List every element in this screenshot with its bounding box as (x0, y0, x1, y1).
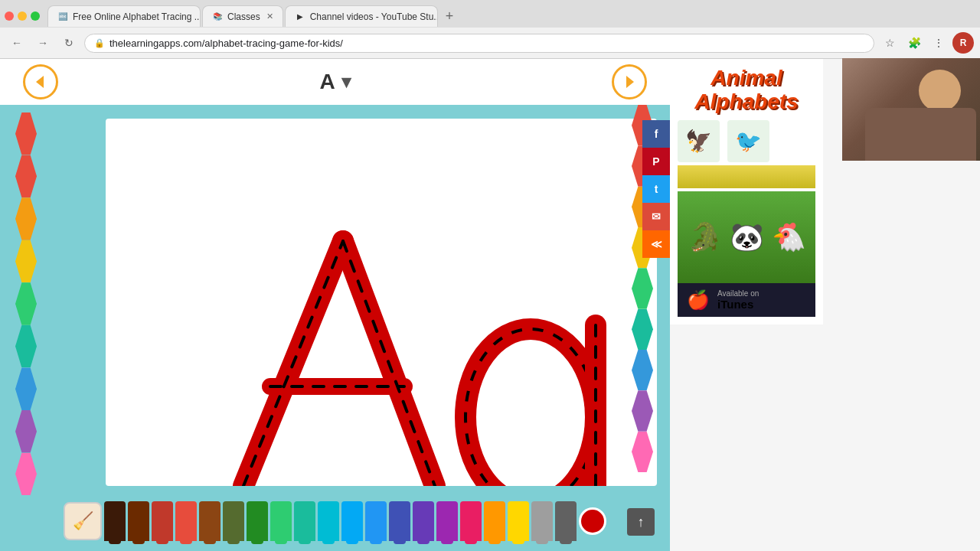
content-area: A ▾ (0, 59, 980, 551)
browser-chrome: 🔤 Free Online Alphabet Tracing ... ✕ 📚 C… (0, 0, 980, 59)
share-button[interactable]: ≪ (642, 230, 670, 258)
letter-svg (106, 119, 657, 486)
next-letter-button[interactable] (612, 64, 647, 99)
palette-color-15[interactable] (436, 501, 458, 541)
traffic-lights (5, 11, 40, 21)
letter-selector[interactable]: A ▾ (319, 70, 350, 94)
drawing-canvas[interactable] (106, 119, 657, 486)
tab-label-3: Channel videos - YouTube Stu... (310, 11, 438, 22)
palette-color-10[interactable] (318, 501, 339, 541)
tracing-app: A ▾ (0, 59, 670, 551)
palette-color-2[interactable] (128, 501, 149, 541)
palette-color-5[interactable] (199, 501, 220, 541)
animal-crocodile: 🐊 (688, 221, 722, 253)
extensions-button[interactable]: 🧩 (903, 32, 925, 54)
selected-color-indicator[interactable] (579, 507, 606, 535)
svg-marker-0 (36, 76, 44, 88)
ad-yellow-strip (678, 165, 815, 188)
new-tab-button[interactable]: + (439, 8, 460, 24)
webcam-person (842, 58, 980, 161)
ad-title: Animal Alphabets (678, 67, 815, 114)
nav-bar: ← → ↻ 🔒 thelearningapps.com/alphabet-tra… (0, 28, 980, 58)
bottom-palette: 🧹 (0, 491, 670, 551)
tab-classes[interactable]: 📚 Classes ✕ (202, 5, 283, 27)
tab-favicon-3: ▶ (295, 11, 305, 22)
color-purple-right[interactable] (632, 390, 653, 431)
address-bar[interactable]: 🔒 thelearningapps.com/alphabet-tracing-g… (84, 34, 874, 53)
scroll-up-button[interactable]: ↑ (627, 508, 655, 536)
back-button[interactable]: ← (6, 32, 28, 54)
color-blue-right[interactable] (632, 350, 653, 390)
itunes-available-text: Available on (717, 289, 759, 298)
palette-color-14[interactable] (413, 501, 434, 541)
itunes-label: iTunes (717, 298, 759, 311)
palette-color-1[interactable] (104, 501, 126, 541)
palette-color-8[interactable] (270, 501, 292, 541)
color-yellow-left[interactable] (15, 240, 37, 283)
color-orange-left[interactable] (15, 197, 37, 240)
prev-letter-button[interactable] (23, 64, 58, 99)
app-header: A ▾ (0, 59, 670, 105)
color-red-left[interactable] (15, 112, 37, 155)
color-teal-right[interactable] (632, 309, 653, 350)
twitter-share-button[interactable]: t (642, 175, 670, 203)
animal-panda: 🐼 (730, 221, 764, 253)
tab-label-1: Free Online Alphabet Tracing ... (73, 11, 201, 22)
palette-color-9[interactable] (294, 501, 315, 541)
email-share-button[interactable]: ✉ (642, 203, 670, 230)
tab-favicon-2: 📚 (212, 11, 223, 22)
letter-A-group (243, 241, 435, 486)
color-darkred-left[interactable] (15, 155, 37, 198)
palette-color-20[interactable] (555, 501, 577, 541)
apple-logo: 🍎 (687, 289, 710, 311)
color-green-right[interactable] (632, 268, 653, 308)
palette-color-6[interactable] (223, 501, 244, 541)
palette-color-17[interactable] (484, 501, 505, 541)
color-blue-left[interactable] (15, 367, 37, 410)
animal-bird: 🐦 (727, 120, 769, 162)
palette-color-13[interactable] (389, 501, 410, 541)
palette-color-11[interactable] (341, 501, 363, 541)
address-text: thelearningapps.com/alphabet-tracing-gam… (109, 37, 864, 49)
palette-color-4[interactable] (175, 501, 197, 541)
tab-alphabet-tracing[interactable]: 🔤 Free Online Alphabet Tracing ... ✕ (47, 5, 201, 27)
palette-color-3[interactable] (152, 501, 173, 541)
settings-button[interactable]: ⋮ (928, 32, 949, 54)
maximize-window-btn[interactable] (31, 11, 40, 21)
eraser-tool[interactable]: 🧹 (64, 502, 102, 540)
palette-color-16[interactable] (460, 501, 482, 541)
close-window-btn[interactable] (5, 11, 14, 21)
animal-chicken: 🐔 (772, 221, 806, 253)
itunes-ad[interactable]: 🍎 Available on iTunes (678, 283, 815, 317)
ad-green-strip: 🐊 🐼 🐔 (678, 191, 815, 283)
dropdown-arrow[interactable]: ▾ (341, 71, 351, 93)
profile-button[interactable]: R (952, 32, 974, 54)
minimize-window-btn[interactable] (18, 11, 27, 21)
svg-marker-1 (626, 76, 634, 88)
color-pink-left[interactable] (15, 453, 37, 496)
current-letter: A (319, 70, 335, 94)
color-pink-right[interactable] (632, 432, 653, 472)
refresh-button[interactable]: ↻ (58, 32, 80, 54)
animal-eagle: 🦅 (678, 120, 720, 162)
color-bar-left[interactable] (15, 112, 37, 495)
palette-color-12[interactable] (365, 501, 387, 541)
forward-button[interactable]: → (32, 32, 54, 54)
pinterest-share-button[interactable]: P (642, 148, 670, 175)
palette-color-19[interactable] (531, 501, 553, 541)
letter-a-group (466, 325, 596, 486)
facebook-share-button[interactable]: f (642, 120, 670, 148)
nav-actions: ☆ 🧩 ⋮ R (879, 32, 974, 54)
tab-favicon-1: 🔤 (57, 11, 68, 22)
palette-color-7[interactable] (247, 501, 268, 541)
color-teal-left[interactable] (15, 325, 37, 368)
tab-youtube[interactable]: ▶ Channel videos - YouTube Stu... ✕ (285, 5, 438, 27)
bookmark-button[interactable]: ☆ (879, 32, 900, 54)
ad-animals: 🦅 🐦 (678, 120, 815, 162)
color-purple-left[interactable] (15, 410, 37, 453)
tab-bar: 🔤 Free Online Alphabet Tracing ... ✕ 📚 C… (0, 0, 980, 28)
palette-color-18[interactable] (508, 501, 529, 541)
tab-close-2[interactable]: ✕ (266, 11, 273, 21)
tab-label-2: Classes (227, 11, 260, 22)
color-green-left[interactable] (15, 282, 37, 325)
